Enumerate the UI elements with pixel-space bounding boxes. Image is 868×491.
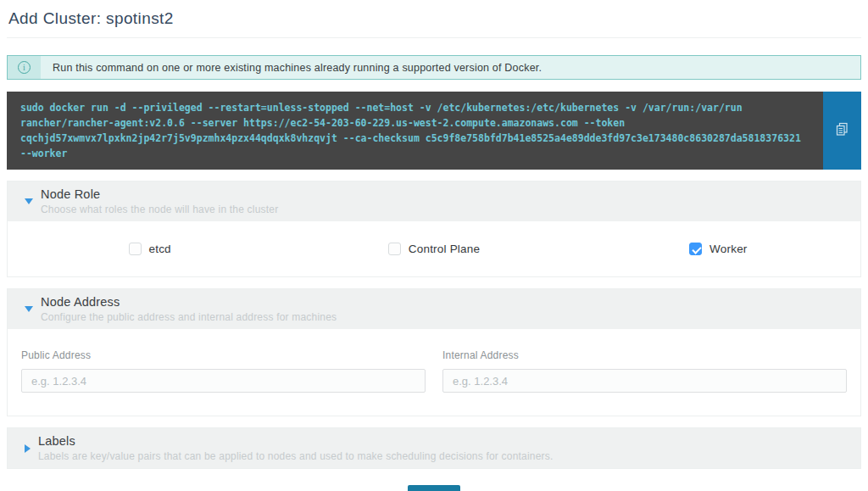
add-cluster-page: Add Cluster: spotinst2 i Run this comman… <box>0 0 868 491</box>
control-plane-checkbox-label: Control Plane <box>409 243 480 255</box>
section-labels-subtitle: Labels are key/value pairs that can be a… <box>38 450 554 462</box>
chevron-down-icon <box>25 198 33 204</box>
internal-address-label: Internal Address <box>442 349 847 361</box>
section-node-address: Node Address Configure the public addres… <box>7 288 861 416</box>
page-title: Add Cluster: spotinst2 <box>7 0 861 28</box>
clipboard-icon <box>835 122 849 139</box>
docker-command-block: sudo docker run -d --privileged --restar… <box>7 92 861 170</box>
info-banner-text: Run this command on one or more existing… <box>41 56 554 79</box>
info-icon: i <box>18 61 31 74</box>
docker-command-text: sudo docker run -d --privileged --restar… <box>7 92 823 170</box>
section-labels-title: Labels <box>38 434 554 449</box>
control-plane-checkbox-box[interactable] <box>388 243 401 255</box>
etcd-checkbox-box[interactable] <box>129 243 142 255</box>
footer: Done <box>7 485 861 491</box>
section-node-address-subtitle: Configure the public address and interna… <box>41 311 337 323</box>
worker-checkbox-label: Worker <box>709 243 747 255</box>
public-address-field-group: Public Address <box>21 349 426 393</box>
info-banner-icon-cell: i <box>8 56 41 79</box>
section-node-role: Node Role Choose what roles the node wil… <box>7 181 861 277</box>
chevron-right-icon <box>25 444 31 453</box>
worker-checkbox-box[interactable] <box>689 243 702 255</box>
title-divider <box>7 37 861 38</box>
section-node-address-title: Node Address <box>41 295 337 310</box>
checkbox-control-plane[interactable]: Control Plane <box>388 243 480 255</box>
node-role-options: etcd Control Plane Worker <box>8 221 860 276</box>
section-labels: Labels Labels are key/value pairs that c… <box>7 427 861 469</box>
etcd-checkbox-label: etcd <box>149 243 171 255</box>
done-button[interactable]: Done <box>408 485 461 491</box>
section-labels-header[interactable]: Labels Labels are key/value pairs that c… <box>8 428 860 468</box>
public-address-input[interactable] <box>21 369 426 393</box>
section-node-address-header[interactable]: Node Address Configure the public addres… <box>8 289 860 329</box>
chevron-down-icon <box>25 306 33 312</box>
copy-command-button[interactable] <box>823 92 861 170</box>
section-node-role-header[interactable]: Node Role Choose what roles the node wil… <box>8 181 860 221</box>
section-node-role-subtitle: Choose what roles the node will have in … <box>41 204 278 215</box>
checkbox-etcd[interactable]: etcd <box>129 243 171 255</box>
internal-address-input[interactable] <box>442 369 847 393</box>
public-address-label: Public Address <box>21 349 426 361</box>
checkbox-worker[interactable]: Worker <box>689 243 747 255</box>
info-banner: i Run this command on one or more existi… <box>7 55 861 80</box>
internal-address-field-group: Internal Address <box>442 349 847 393</box>
section-node-role-title: Node Role <box>41 187 278 202</box>
node-address-fields: Public Address Internal Address <box>8 329 860 416</box>
